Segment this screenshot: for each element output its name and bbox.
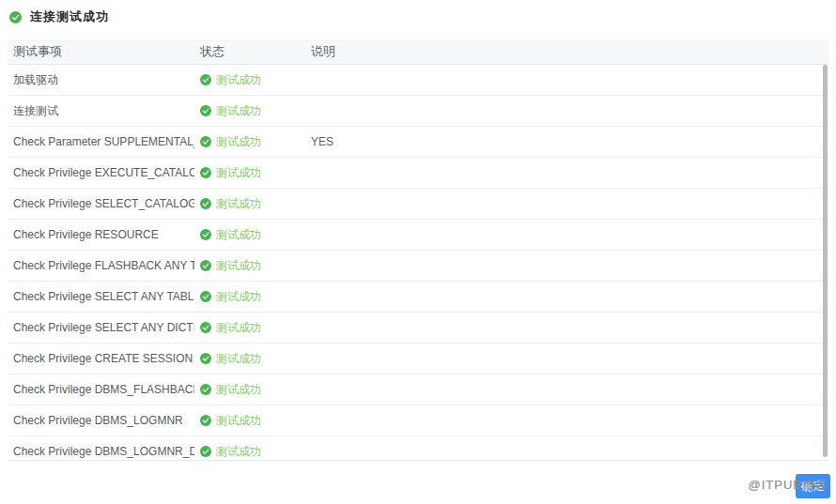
status-cell: 测试成功 [194, 289, 305, 305]
table-row: 加载驱动 测试成功 [8, 65, 828, 96]
status-cell: 测试成功 [194, 413, 305, 429]
status-text: 测试成功 [216, 196, 261, 212]
status-text: 测试成功 [216, 320, 261, 336]
test-item-cell: 加载驱动 [8, 72, 194, 88]
status-text: 测试成功 [216, 382, 261, 398]
test-item-cell: Check Privilege DBMS_FLASHBACK [8, 383, 194, 396]
test-item-cell: Check Privilege RESOURCE [8, 228, 194, 241]
test-item-cell: Check Privilege FLASHBACK ANY TABLE [8, 259, 194, 272]
table-row: Check Privilege SELECT ANY TABLE 测试成功 [8, 282, 828, 313]
success-check-icon [200, 74, 211, 85]
success-check-icon [200, 446, 211, 457]
test-results-table: 测试事项 状态 说明 加载驱动 测试成功 连接测试 测试成功 Check Par… [8, 39, 828, 461]
status-cell: 测试成功 [194, 258, 305, 274]
column-header-status: 状态 [194, 43, 305, 60]
status-cell: 测试成功 [194, 351, 305, 367]
test-item-cell: 连接测试 [8, 103, 194, 119]
success-check-icon [200, 105, 211, 116]
column-header-note: 说明 [305, 43, 828, 60]
table-header-row: 测试事项 状态 说明 [8, 39, 828, 65]
status-cell: 测试成功 [194, 227, 305, 243]
success-check-icon [200, 353, 211, 364]
status-text: 测试成功 [216, 413, 261, 429]
test-item-cell: Check Privilege CREATE SESSION [8, 352, 194, 365]
status-cell: 测试成功 [194, 165, 305, 181]
vertical-scrollbar-thumb[interactable] [823, 65, 828, 457]
connection-test-result-banner: 连接测试成功 [9, 8, 109, 25]
success-check-icon [200, 291, 211, 302]
status-cell: 测试成功 [194, 134, 305, 150]
success-check-icon [200, 136, 211, 147]
status-text: 测试成功 [216, 227, 261, 243]
test-item-cell: Check Parameter SUPPLEMENTAL_LOG... [8, 135, 194, 148]
status-cell: 测试成功 [194, 444, 305, 460]
table-row: Check Privilege DBMS_FLASHBACK 测试成功 [8, 374, 828, 405]
table-row: Check Parameter SUPPLEMENTAL_LOG... 测试成功… [8, 127, 828, 158]
status-text: 测试成功 [216, 289, 261, 305]
success-check-icon [200, 415, 211, 426]
success-check-icon [200, 198, 211, 209]
status-cell: 测试成功 [194, 382, 305, 398]
note-cell: YES [305, 135, 828, 148]
table-row: Check Privilege CREATE SESSION 测试成功 [8, 344, 828, 374]
success-check-icon [9, 11, 22, 23]
table-body: 加载驱动 测试成功 连接测试 测试成功 Check Parameter SUPP… [8, 65, 828, 461]
status-cell: 测试成功 [194, 72, 305, 88]
table-row: Check Privilege SELECT_CATALOG_ROLE 测试成功 [8, 189, 828, 220]
status-text: 测试成功 [216, 103, 261, 119]
status-cell: 测试成功 [194, 196, 305, 212]
table-row: Check Privilege FLASHBACK ANY TABLE 测试成功 [8, 251, 828, 282]
test-item-cell: Check Privilege DBMS_LOGMNR_D [8, 445, 194, 458]
test-item-cell: Check Privilege EXECUTE_CATALOG_R... [8, 166, 194, 179]
status-text: 测试成功 [216, 351, 261, 367]
success-check-icon [200, 322, 211, 333]
banner-title: 连接测试成功 [30, 8, 109, 25]
table-row: Check Privilege SELECT ANY DICTIONA... 测… [8, 313, 828, 344]
test-item-cell: Check Privilege SELECT ANY DICTIONA... [8, 321, 194, 334]
status-cell: 测试成功 [194, 320, 305, 336]
test-item-cell: Check Privilege SELECT_CATALOG_ROLE [8, 197, 194, 210]
table-row: 连接测试 测试成功 [8, 96, 828, 127]
confirm-button[interactable]: 确定 [796, 474, 830, 498]
table-row: Check Privilege DBMS_LOGMNR 测试成功 [8, 405, 828, 436]
table-row: Check Privilege EXECUTE_CATALOG_R... 测试成… [8, 158, 828, 189]
status-cell: 测试成功 [194, 103, 305, 119]
status-text: 测试成功 [216, 72, 261, 88]
table-row: Check Privilege RESOURCE 测试成功 [8, 220, 828, 251]
test-item-cell: Check Privilege DBMS_LOGMNR [8, 414, 194, 427]
success-check-icon [200, 260, 211, 271]
success-check-icon [200, 229, 211, 240]
success-check-icon [200, 167, 211, 178]
status-text: 测试成功 [216, 165, 261, 181]
column-header-test-item: 测试事项 [8, 43, 194, 60]
success-check-icon [200, 384, 211, 395]
test-item-cell: Check Privilege SELECT ANY TABLE [8, 290, 194, 303]
table-row: Check Privilege DBMS_LOGMNR_D 测试成功 [8, 436, 828, 461]
status-text: 测试成功 [216, 134, 261, 150]
status-text: 测试成功 [216, 444, 261, 460]
status-text: 测试成功 [216, 258, 261, 274]
